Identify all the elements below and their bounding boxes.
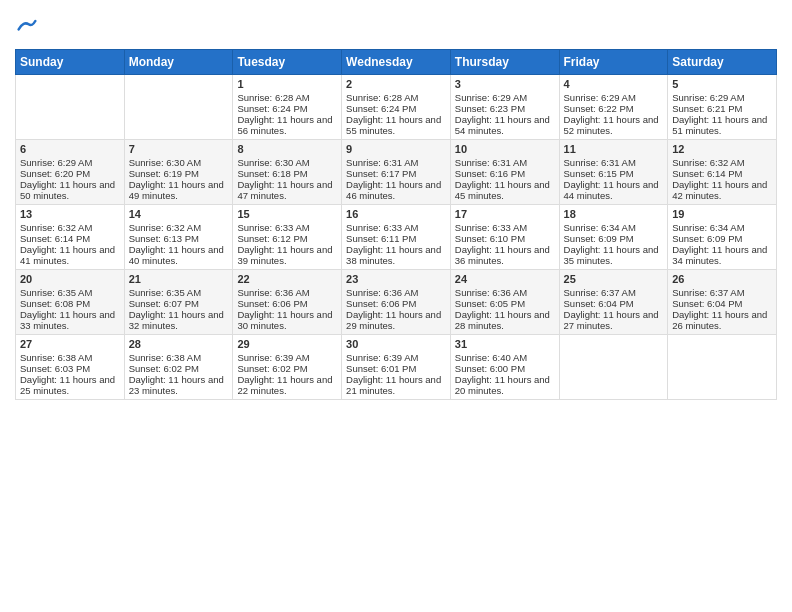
calendar-cell: 2Sunrise: 6:28 AMSunset: 6:24 PMDaylight… (342, 74, 451, 139)
sunrise-text: Sunrise: 6:29 AM (455, 92, 555, 103)
calendar-cell: 9Sunrise: 6:31 AMSunset: 6:17 PMDaylight… (342, 139, 451, 204)
calendar-cell: 18Sunrise: 6:34 AMSunset: 6:09 PMDayligh… (559, 204, 668, 269)
daylight-text: Daylight: 11 hours and 22 minutes. (237, 374, 337, 396)
sunrise-text: Sunrise: 6:31 AM (346, 157, 446, 168)
sunrise-text: Sunrise: 6:33 AM (237, 222, 337, 233)
calendar-cell: 26Sunrise: 6:37 AMSunset: 6:04 PMDayligh… (668, 269, 777, 334)
calendar-week-row: 27Sunrise: 6:38 AMSunset: 6:03 PMDayligh… (16, 334, 777, 399)
sunset-text: Sunset: 6:00 PM (455, 363, 555, 374)
daylight-text: Daylight: 11 hours and 26 minutes. (672, 309, 772, 331)
daylight-text: Daylight: 11 hours and 55 minutes. (346, 114, 446, 136)
day-number: 31 (455, 338, 555, 350)
page: SundayMondayTuesdayWednesdayThursdayFrid… (0, 0, 792, 612)
sunrise-text: Sunrise: 6:34 AM (672, 222, 772, 233)
sunset-text: Sunset: 6:14 PM (20, 233, 120, 244)
sunrise-text: Sunrise: 6:40 AM (455, 352, 555, 363)
calendar-cell: 30Sunrise: 6:39 AMSunset: 6:01 PMDayligh… (342, 334, 451, 399)
calendar-cell: 5Sunrise: 6:29 AMSunset: 6:21 PMDaylight… (668, 74, 777, 139)
sunrise-text: Sunrise: 6:39 AM (237, 352, 337, 363)
sunrise-text: Sunrise: 6:28 AM (346, 92, 446, 103)
calendar-cell (124, 74, 233, 139)
sunset-text: Sunset: 6:03 PM (20, 363, 120, 374)
calendar-cell: 28Sunrise: 6:38 AMSunset: 6:02 PMDayligh… (124, 334, 233, 399)
daylight-text: Daylight: 11 hours and 21 minutes. (346, 374, 446, 396)
sunset-text: Sunset: 6:21 PM (672, 103, 772, 114)
sunset-text: Sunset: 6:02 PM (237, 363, 337, 374)
calendar-cell: 7Sunrise: 6:30 AMSunset: 6:19 PMDaylight… (124, 139, 233, 204)
daylight-text: Daylight: 11 hours and 30 minutes. (237, 309, 337, 331)
sunset-text: Sunset: 6:11 PM (346, 233, 446, 244)
day-number: 27 (20, 338, 120, 350)
calendar-cell: 21Sunrise: 6:35 AMSunset: 6:07 PMDayligh… (124, 269, 233, 334)
day-number: 29 (237, 338, 337, 350)
daylight-text: Daylight: 11 hours and 42 minutes. (672, 179, 772, 201)
calendar-week-row: 13Sunrise: 6:32 AMSunset: 6:14 PMDayligh… (16, 204, 777, 269)
daylight-text: Daylight: 11 hours and 38 minutes. (346, 244, 446, 266)
day-number: 19 (672, 208, 772, 220)
calendar-week-row: 20Sunrise: 6:35 AMSunset: 6:08 PMDayligh… (16, 269, 777, 334)
sunset-text: Sunset: 6:24 PM (346, 103, 446, 114)
sunset-text: Sunset: 6:24 PM (237, 103, 337, 114)
sunset-text: Sunset: 6:01 PM (346, 363, 446, 374)
sunrise-text: Sunrise: 6:38 AM (20, 352, 120, 363)
calendar-cell: 31Sunrise: 6:40 AMSunset: 6:00 PMDayligh… (450, 334, 559, 399)
sunrise-text: Sunrise: 6:32 AM (129, 222, 229, 233)
calendar-cell: 12Sunrise: 6:32 AMSunset: 6:14 PMDayligh… (668, 139, 777, 204)
calendar-week-row: 1Sunrise: 6:28 AMSunset: 6:24 PMDaylight… (16, 74, 777, 139)
calendar-cell: 3Sunrise: 6:29 AMSunset: 6:23 PMDaylight… (450, 74, 559, 139)
day-number: 28 (129, 338, 229, 350)
daylight-text: Daylight: 11 hours and 51 minutes. (672, 114, 772, 136)
weekday-header: Friday (559, 49, 668, 74)
weekday-header: Tuesday (233, 49, 342, 74)
weekday-header: Thursday (450, 49, 559, 74)
daylight-text: Daylight: 11 hours and 47 minutes. (237, 179, 337, 201)
sunrise-text: Sunrise: 6:35 AM (20, 287, 120, 298)
day-number: 5 (672, 78, 772, 90)
sunset-text: Sunset: 6:06 PM (346, 298, 446, 309)
sunrise-text: Sunrise: 6:31 AM (455, 157, 555, 168)
weekday-header: Saturday (668, 49, 777, 74)
sunrise-text: Sunrise: 6:31 AM (564, 157, 664, 168)
day-number: 25 (564, 273, 664, 285)
day-number: 1 (237, 78, 337, 90)
sunset-text: Sunset: 6:22 PM (564, 103, 664, 114)
sunrise-text: Sunrise: 6:33 AM (346, 222, 446, 233)
daylight-text: Daylight: 11 hours and 54 minutes. (455, 114, 555, 136)
sunrise-text: Sunrise: 6:36 AM (237, 287, 337, 298)
daylight-text: Daylight: 11 hours and 32 minutes. (129, 309, 229, 331)
day-number: 2 (346, 78, 446, 90)
sunset-text: Sunset: 6:04 PM (672, 298, 772, 309)
sunset-text: Sunset: 6:02 PM (129, 363, 229, 374)
sunrise-text: Sunrise: 6:28 AM (237, 92, 337, 103)
daylight-text: Daylight: 11 hours and 34 minutes. (672, 244, 772, 266)
sunset-text: Sunset: 6:09 PM (564, 233, 664, 244)
day-number: 24 (455, 273, 555, 285)
sunset-text: Sunset: 6:05 PM (455, 298, 555, 309)
daylight-text: Daylight: 11 hours and 20 minutes. (455, 374, 555, 396)
day-number: 9 (346, 143, 446, 155)
daylight-text: Daylight: 11 hours and 28 minutes. (455, 309, 555, 331)
calendar-cell (16, 74, 125, 139)
day-number: 21 (129, 273, 229, 285)
sunset-text: Sunset: 6:07 PM (129, 298, 229, 309)
sunrise-text: Sunrise: 6:37 AM (564, 287, 664, 298)
day-number: 22 (237, 273, 337, 285)
calendar-header-row: SundayMondayTuesdayWednesdayThursdayFrid… (16, 49, 777, 74)
calendar-cell: 24Sunrise: 6:36 AMSunset: 6:05 PMDayligh… (450, 269, 559, 334)
calendar-cell: 15Sunrise: 6:33 AMSunset: 6:12 PMDayligh… (233, 204, 342, 269)
day-number: 23 (346, 273, 446, 285)
day-number: 4 (564, 78, 664, 90)
calendar-cell: 27Sunrise: 6:38 AMSunset: 6:03 PMDayligh… (16, 334, 125, 399)
daylight-text: Daylight: 11 hours and 25 minutes. (20, 374, 120, 396)
sunrise-text: Sunrise: 6:32 AM (20, 222, 120, 233)
sunset-text: Sunset: 6:10 PM (455, 233, 555, 244)
calendar-cell: 23Sunrise: 6:36 AMSunset: 6:06 PMDayligh… (342, 269, 451, 334)
sunset-text: Sunset: 6:18 PM (237, 168, 337, 179)
sunrise-text: Sunrise: 6:30 AM (129, 157, 229, 168)
sunset-text: Sunset: 6:12 PM (237, 233, 337, 244)
sunrise-text: Sunrise: 6:34 AM (564, 222, 664, 233)
sunset-text: Sunset: 6:16 PM (455, 168, 555, 179)
sunrise-text: Sunrise: 6:37 AM (672, 287, 772, 298)
sunrise-text: Sunrise: 6:36 AM (455, 287, 555, 298)
calendar-cell (668, 334, 777, 399)
